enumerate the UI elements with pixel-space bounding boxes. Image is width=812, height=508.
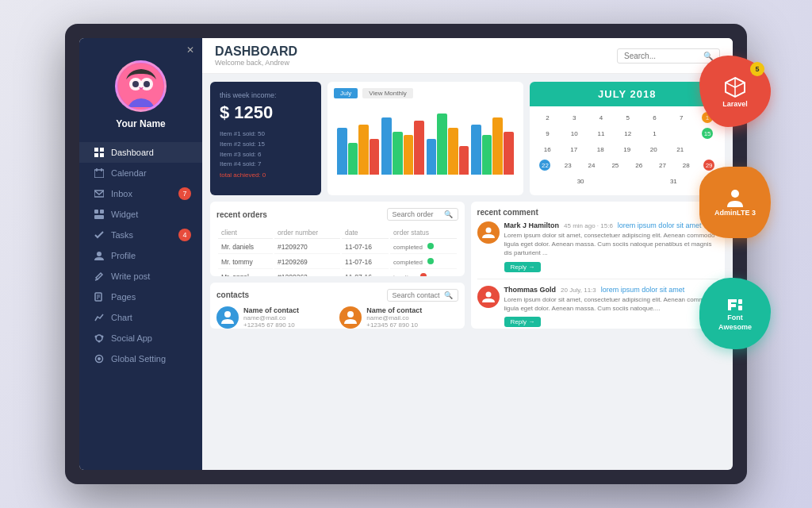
svg-rect-7 xyxy=(100,148,104,152)
tasks-badge: 4 xyxy=(178,229,191,241)
sidebar-item-widget-label: Widget xyxy=(111,210,138,219)
table-row[interactable]: Mr. tommy #1209269 11-07-16 completed xyxy=(218,256,457,269)
cal-day[interactable]: 11 xyxy=(595,127,607,140)
table-row[interactable]: Mr. daniels #1209270 11-07-16 completed xyxy=(218,241,457,254)
envelope-icon xyxy=(94,188,105,199)
search-icon: 🔍 xyxy=(444,291,453,299)
cal-day[interactable]: 26 xyxy=(633,159,645,171)
sidebar-item-social-app[interactable]: Social App xyxy=(79,328,202,348)
income-item-3: Item #3 sold: 6 xyxy=(220,150,312,160)
svg-rect-36 xyxy=(738,306,742,310)
col-order: order number xyxy=(274,227,340,239)
cal-day[interactable]: 21 xyxy=(674,143,687,156)
bar xyxy=(482,135,492,175)
cal-day[interactable]: 19 xyxy=(621,143,634,156)
svg-rect-15 xyxy=(100,210,104,214)
svg-point-33 xyxy=(485,228,491,233)
contacts-section: contacts 🔍 Name of contact name@mail.co … xyxy=(210,283,465,329)
dashboard-body: this week income: $ 1250 Item #1 sold: 5… xyxy=(202,74,733,470)
contact-avatar xyxy=(339,306,362,329)
cal-day[interactable]: 1 xyxy=(649,127,661,140)
contacts-search-input[interactable] xyxy=(393,291,444,299)
comment-time: 20 July, 11:3 xyxy=(561,287,596,294)
cal-day[interactable]: 4 xyxy=(595,111,607,124)
svg-point-24 xyxy=(95,336,98,338)
sidebar-item-inbox[interactable]: Inbox 7 xyxy=(79,183,202,204)
sidebar-item-pages[interactable]: Pages xyxy=(79,287,202,307)
cal-day[interactable]: 27 xyxy=(656,159,668,171)
cal-day[interactable]: 5 xyxy=(622,111,634,124)
cal-day[interactable]: 16 xyxy=(541,143,553,156)
sidebar-item-dashboard[interactable]: Dashboard xyxy=(79,142,202,163)
status-dot xyxy=(420,273,427,276)
cal-day[interactable]: 30 xyxy=(574,175,587,187)
sidebar-item-calendar[interactable]: Calendar xyxy=(79,163,202,183)
cal-day[interactable]: 28 xyxy=(680,159,692,171)
cal-day[interactable]: 24 xyxy=(585,159,598,171)
cal-highlighted-day[interactable]: 15 xyxy=(702,128,713,139)
cal-day[interactable]: 3 xyxy=(568,111,580,124)
list-item[interactable]: Name of contact name@mail.co +12345 67 8… xyxy=(339,306,458,329)
cal-day[interactable]: 7 xyxy=(675,111,688,124)
income-card: this week income: $ 1250 Item #1 sold: 5… xyxy=(210,82,321,195)
cal-day[interactable]: 2 xyxy=(541,111,553,124)
cal-highlighted-day[interactable]: 29 xyxy=(703,160,714,171)
contact-avatar xyxy=(216,306,239,329)
comment-text: Lorem ipsum dolor sit amet, consectetuer… xyxy=(504,295,719,313)
sidebar-item-profile[interactable]: Profile xyxy=(79,245,202,266)
calendar-icon xyxy=(94,167,105,179)
bar xyxy=(471,125,481,175)
order-date: 11-07-16 xyxy=(342,271,389,276)
comments-section: recent comment Mark J Hamilton 45 min ag… xyxy=(471,202,726,329)
sidebar-item-global-setting-label: Global Setting xyxy=(111,354,166,364)
sidebar-item-tasks[interactable]: Tasks 4 xyxy=(79,225,202,245)
orders-search-input[interactable] xyxy=(393,210,444,218)
cal-day[interactable]: 6 xyxy=(649,111,661,124)
cal-day[interactable]: 9 xyxy=(541,127,553,140)
sidebar-item-write-post[interactable]: Write post xyxy=(79,266,202,287)
cal-day[interactable]: 18 xyxy=(594,143,607,156)
contacts-search[interactable]: 🔍 xyxy=(387,289,458,302)
sidebar-item-global-setting[interactable]: Global Setting xyxy=(79,348,202,369)
comment-link[interactable]: lorem ipsum dolor sit amet xyxy=(601,286,685,294)
cal-day[interactable]: 17 xyxy=(568,143,580,156)
chart-tab-july[interactable]: July xyxy=(334,88,358,98)
chart-group-4 xyxy=(471,117,513,175)
header-left: DASHBOARD Welcome back, Andrew xyxy=(215,44,297,67)
income-item-2: Item #2 sold: 15 xyxy=(220,140,312,150)
inbox-badge: 7 xyxy=(178,187,191,200)
sidebar-item-chart[interactable]: Chart xyxy=(79,307,202,328)
cal-row-3: 16 17 18 19 20 21 xyxy=(534,143,721,156)
chart-group-2 xyxy=(381,117,423,175)
header-search[interactable]: 🔍 xyxy=(617,48,720,64)
contact-email: name@mail.co xyxy=(243,314,299,321)
orders-header: recent orders 🔍 xyxy=(216,208,458,221)
cal-day[interactable]: 25 xyxy=(609,159,622,171)
list-item[interactable]: Name of contact name@mail.co +12345 67 8… xyxy=(216,306,335,329)
cal-row-5: 30 31 xyxy=(534,175,721,187)
cal-day[interactable]: 10 xyxy=(568,127,580,140)
cal-day[interactable]: 23 xyxy=(561,159,574,171)
comment-link[interactable]: lorem ipsum dolor sit amet xyxy=(618,221,702,229)
order-date: 11-07-16 xyxy=(342,241,389,254)
sidebar-item-profile-label: Profile xyxy=(111,251,136,260)
sidebar-item-widget[interactable]: Widget xyxy=(79,204,202,225)
order-client: Mr. angel xyxy=(218,271,273,276)
comments-title: recent comment xyxy=(477,208,538,217)
cal-day[interactable]: 20 xyxy=(647,143,660,156)
chart-tab-monthly[interactable]: View Monthly xyxy=(362,88,412,98)
reply-button[interactable]: Reply → xyxy=(504,262,542,272)
search-input[interactable] xyxy=(624,52,703,60)
close-icon[interactable]: ✕ xyxy=(186,44,194,56)
sidebar-item-pages-label: Pages xyxy=(111,292,136,302)
cal-day[interactable]: 12 xyxy=(622,127,634,140)
sidebar-item-inbox-label: Inbox xyxy=(111,189,132,198)
table-row[interactable]: Mr. angel #1209262 11-07-16 inactive xyxy=(218,271,457,276)
orders-search[interactable]: 🔍 xyxy=(387,208,458,221)
comment-body: Thommas Gold 20 July, 11:3 lorem ipsum d… xyxy=(504,286,719,327)
cal-day[interactable]: 31 xyxy=(667,175,680,187)
cal-highlighted-day[interactable]: 22 xyxy=(539,160,550,171)
contact-info: Name of contact name@mail.co +12345 67 8… xyxy=(366,306,422,329)
sidebar: ✕ xyxy=(79,38,202,470)
reply-button[interactable]: Reply → xyxy=(504,317,542,327)
